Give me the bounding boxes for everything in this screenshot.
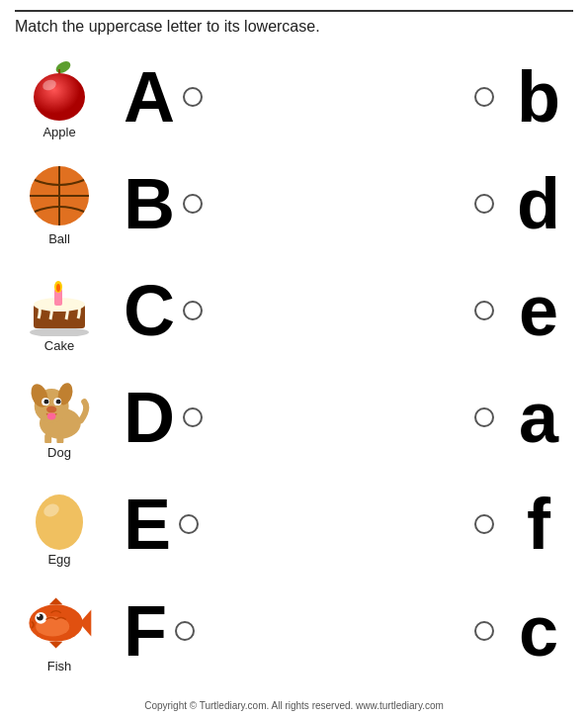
circle-left-5[interactable]	[175, 621, 195, 641]
uppercase-letter: A	[124, 61, 175, 133]
row-cake: Cake C e	[15, 257, 573, 364]
uppercase-letter: F	[124, 595, 167, 667]
lowercase-letter: d	[504, 168, 573, 239]
uppercase-letter: E	[124, 489, 171, 560]
image-label: Fish	[47, 659, 72, 673]
uppercase-letter: B	[124, 168, 175, 239]
svg-point-30	[37, 613, 40, 616]
right-section: b	[331, 61, 573, 133]
circle-left-1[interactable]	[183, 194, 203, 214]
svg-point-10	[56, 284, 60, 292]
right-section: c	[331, 595, 573, 667]
circle-left-0[interactable]	[183, 87, 203, 107]
circle-right-2[interactable]	[474, 301, 494, 320]
svg-point-20	[47, 412, 56, 419]
svg-point-0	[54, 58, 73, 75]
lowercase-letter: b	[504, 61, 573, 133]
row-ball: Ball B d	[15, 150, 573, 257]
title-bar: Match the uppercase letter to its lowerc…	[15, 10, 573, 36]
image-label: Dog	[47, 445, 71, 460]
circle-left-2[interactable]	[183, 301, 203, 320]
uppercase-letter: C	[124, 275, 175, 346]
image-area-egg: Egg	[15, 483, 104, 567]
left-section: Egg E	[15, 483, 331, 567]
image-label: Ball	[48, 231, 70, 246]
row-fish: Fish F c	[15, 578, 573, 684]
left-section: Ball B	[15, 162, 331, 246]
svg-point-17	[43, 399, 48, 403]
uppercase-letter: D	[124, 382, 175, 453]
rows-container: Apple A b Ball B	[15, 44, 573, 684]
image-label: Egg	[47, 552, 70, 567]
image-label: Cake	[44, 338, 74, 353]
svg-point-18	[56, 399, 61, 403]
svg-point-5	[30, 327, 89, 336]
circle-left-3[interactable]	[183, 407, 203, 427]
circle-right-0[interactable]	[474, 87, 494, 107]
lowercase-letter: f	[504, 489, 573, 560]
page-title: Match the uppercase letter to its lowerc…	[15, 18, 320, 35]
footer: Copyright © Turtlediary.com. All rights …	[0, 700, 588, 711]
image-area-ball: Ball	[15, 162, 104, 246]
svg-point-23	[36, 494, 83, 550]
left-section: Apple A	[15, 55, 331, 139]
image-label: Apple	[42, 125, 75, 139]
right-section: e	[331, 275, 573, 346]
circle-left-4[interactable]	[179, 514, 199, 534]
page: Match the uppercase letter to its lowerc…	[0, 0, 588, 717]
row-dog: Dog D a	[15, 364, 573, 471]
svg-marker-31	[49, 597, 63, 604]
row-apple: Apple A b	[15, 44, 573, 150]
svg-marker-32	[49, 641, 63, 648]
image-area-dog: Dog	[15, 376, 104, 460]
circle-right-1[interactable]	[474, 194, 494, 214]
lowercase-letter: a	[504, 382, 573, 453]
circle-right-5[interactable]	[474, 621, 494, 641]
lowercase-letter: e	[504, 275, 573, 346]
svg-point-19	[46, 405, 56, 412]
svg-rect-21	[44, 433, 51, 443]
image-area-apple: Apple	[15, 55, 104, 139]
svg-rect-22	[56, 435, 63, 443]
image-area-cake: Cake	[15, 269, 104, 353]
left-section: Dog D	[15, 376, 331, 460]
svg-point-2	[34, 73, 85, 121]
lowercase-letter: c	[504, 595, 573, 667]
right-section: f	[331, 489, 573, 560]
left-section: Cake C	[15, 269, 331, 353]
circle-right-3[interactable]	[474, 407, 494, 427]
circle-right-4[interactable]	[474, 514, 494, 534]
row-egg: Egg E f	[15, 471, 573, 578]
right-section: d	[331, 168, 573, 239]
right-section: a	[331, 382, 573, 453]
left-section: Fish F	[15, 589, 331, 673]
image-area-fish: Fish	[15, 589, 104, 673]
